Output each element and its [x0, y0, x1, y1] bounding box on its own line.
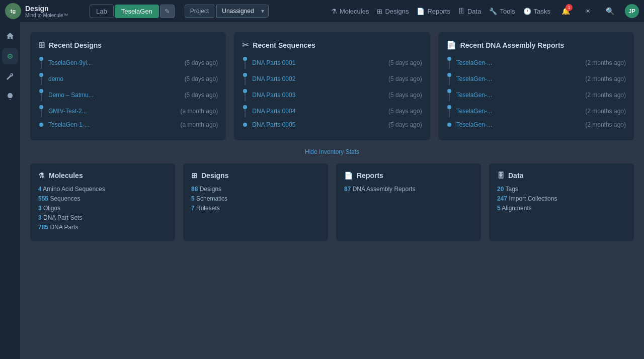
timeline-dot	[447, 123, 451, 127]
timeline-dot	[243, 73, 247, 77]
left-sidebar	[0, 22, 20, 359]
recent-reports-header: 📄 Recent DNA Assembly Reports	[446, 40, 626, 50]
list-item: TeselaGen-... (2 months ago)	[446, 57, 626, 69]
list-item: DNA Parts 0004 (5 days ago)	[242, 105, 422, 117]
stat-item: 3 Oligos	[38, 205, 167, 212]
recent-designs-list: TeselaGen-9yl... (5 days ago) demo (5 da…	[38, 57, 218, 132]
design-link-0[interactable]: TeselaGen-9yl...	[48, 59, 92, 66]
svg-point-1	[10, 56, 11, 57]
list-item: TeselaGen-... (2 months ago)	[446, 105, 626, 117]
report-time-1: (2 months ago)	[585, 75, 626, 82]
search-icon[interactable]: 🔍	[603, 4, 617, 18]
sequence-link-4[interactable]: DNA Parts 0005	[252, 121, 295, 128]
timeline-dot	[243, 89, 247, 93]
stat-item: 5 Schematics	[191, 195, 320, 202]
list-item: TeselaGen-... (2 months ago)	[446, 121, 626, 128]
timeline-dot	[243, 123, 247, 127]
sidebar-icon-wrench[interactable]	[2, 68, 18, 84]
view-tabs: Lab TeselaGen ✎	[90, 5, 175, 18]
tasks-icon: 🕐	[523, 8, 531, 15]
reports-card-icon: 📄	[446, 40, 456, 50]
design-time-4: (a month ago)	[181, 121, 218, 128]
main-content: ⊞ Recent Designs TeselaGen-9yl... (5 day…	[20, 22, 644, 359]
stat-item: 3 DNA Part Sets	[38, 214, 167, 221]
recent-reports-card: 📄 Recent DNA Assembly Reports TeselaGen-…	[438, 32, 634, 140]
hide-stats-link[interactable]: Hide Inventory Stats	[30, 148, 634, 155]
app-subtitle: Mind to Molecule™	[25, 13, 68, 18]
molecules-link[interactable]: ⚗ Molecules	[331, 8, 369, 15]
design-link-2[interactable]: Demo – Satmu...	[48, 92, 94, 99]
designs-stat-card: ⊞ Designs 88 Designs 5 Schematics 7 Rule…	[183, 163, 328, 241]
reports-stat-icon: 📄	[344, 171, 353, 180]
reports-icon: 📄	[417, 8, 425, 15]
design-link-1[interactable]: demo	[48, 75, 63, 82]
design-link-4[interactable]: TeselaGen-1-...	[48, 121, 90, 128]
report-time-0: (2 months ago)	[585, 59, 626, 66]
tools-link[interactable]: 🔧 Tools	[489, 8, 515, 15]
timeline-dot	[243, 105, 247, 109]
design-link-3[interactable]: GMIV-Test-2...	[48, 108, 87, 115]
sequence-time-3: (5 days ago)	[388, 108, 422, 115]
report-link-4[interactable]: TeselaGen-...	[456, 121, 492, 128]
list-item: TeselaGen-1-... (a month ago)	[38, 121, 218, 128]
list-item: DNA Parts 0005 (5 days ago)	[242, 121, 422, 128]
tesellagen-tab[interactable]: TeselaGen	[115, 5, 159, 18]
report-link-3[interactable]: TeselaGen-...	[456, 108, 492, 115]
lab-tab[interactable]: Lab	[90, 5, 114, 18]
molecules-icon: ⚗	[331, 8, 337, 15]
sidebar-icon-dna[interactable]	[2, 48, 18, 64]
notification-bell[interactable]: 🔔 1	[558, 4, 573, 18]
stat-item: 87 DNA Assembly Reports	[344, 186, 473, 193]
tasks-link[interactable]: 🕐 Tasks	[523, 8, 550, 15]
data-icon: 🗄	[458, 8, 465, 15]
tools-icon: 🔧	[489, 8, 497, 15]
recent-sequences-header: ✂ Recent Sequences	[242, 40, 422, 50]
recent-sequences-list: DNA Parts 0001 (5 days ago) DNA Parts 00…	[242, 57, 422, 132]
sidebar-icon-home[interactable]	[2, 28, 18, 44]
top-nav-right: ⚗ Molecules ⊞ Designs 📄 Reports 🗄 Data 🔧…	[331, 4, 639, 18]
timeline-dot	[447, 73, 451, 77]
sun-icon[interactable]: ☀	[581, 4, 595, 18]
list-item: demo (5 days ago)	[38, 73, 218, 85]
report-time-3: (2 months ago)	[585, 108, 626, 115]
timeline-dot	[447, 89, 451, 93]
design-time-3: (a month ago)	[181, 108, 218, 115]
sequence-time-1: (5 days ago)	[388, 75, 422, 82]
designs-icon: ⊞	[377, 8, 382, 15]
list-item: GMIV-Test-2... (a month ago)	[38, 105, 218, 117]
report-link-1[interactable]: TeselaGen-...	[456, 75, 492, 82]
sequence-link-0[interactable]: DNA Parts 0001	[252, 59, 295, 66]
timeline-dot	[39, 123, 43, 127]
sequence-link-2[interactable]: DNA Parts 0003	[252, 92, 295, 99]
top-navigation: tg Design Mind to Molecule™ Lab TeselaGe…	[0, 0, 644, 22]
recent-reports-list: TeselaGen-... (2 months ago) TeselaGen-.…	[446, 57, 626, 132]
list-item: DNA Parts 0001 (5 days ago)	[242, 57, 422, 69]
reports-link[interactable]: 📄 Reports	[417, 8, 450, 15]
recent-cards-row: ⊞ Recent Designs TeselaGen-9yl... (5 day…	[30, 32, 634, 140]
reports-stat-header: 📄 Reports	[344, 171, 473, 180]
sequence-time-0: (5 days ago)	[388, 59, 422, 66]
report-link-2[interactable]: TeselaGen-...	[456, 92, 492, 99]
list-item: TeselaGen-9yl... (5 days ago)	[38, 57, 218, 69]
project-selector: Project Unassigned	[185, 5, 269, 18]
sequence-link-3[interactable]: DNA Parts 0004	[252, 108, 295, 115]
designs-link[interactable]: ⊞ Designs	[377, 8, 409, 15]
project-dropdown[interactable]: Unassigned	[216, 5, 268, 18]
avatar[interactable]: JP	[625, 4, 639, 18]
stat-item: 7 Rulesets	[191, 205, 320, 212]
pencil-icon[interactable]: ✎	[160, 5, 175, 18]
timeline-dot	[39, 89, 43, 93]
data-link[interactable]: 🗄 Data	[458, 8, 481, 15]
report-link-0[interactable]: TeselaGen-...	[456, 59, 492, 66]
sidebar-icon-lightbulb[interactable]	[2, 88, 18, 105]
logo-icon[interactable]: tg	[5, 3, 21, 19]
sequence-link-1[interactable]: DNA Parts 0002	[252, 75, 295, 82]
sequence-time-2: (5 days ago)	[388, 92, 422, 99]
designs-card-icon: ⊞	[38, 40, 45, 50]
report-time-2: (2 months ago)	[585, 92, 626, 99]
data-stat-icon: 🗄	[497, 171, 504, 180]
stat-item: 5 Alignments	[497, 205, 626, 212]
timeline-dot	[447, 57, 451, 61]
design-time-0: (5 days ago)	[185, 59, 218, 66]
stat-item: 555 Sequences	[38, 195, 167, 202]
